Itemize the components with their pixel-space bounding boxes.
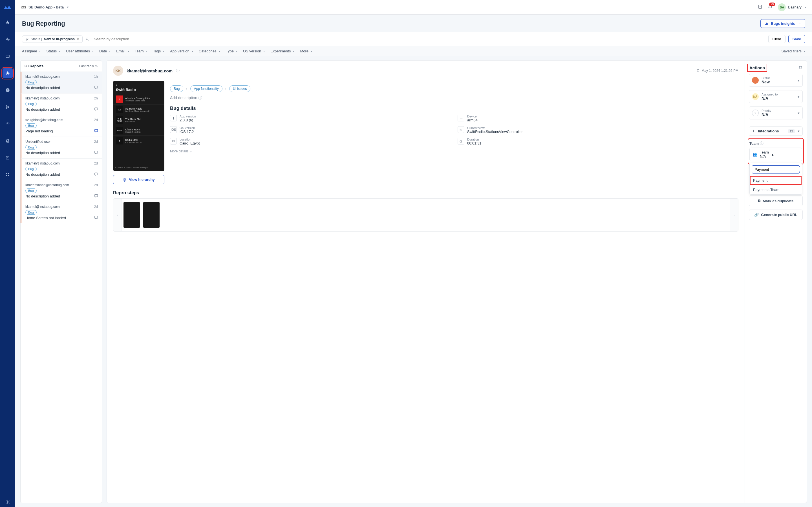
nav-archive-icon[interactable] [3,153,13,163]
report-item[interactable]: kkamel@instabug.com2h Bug No description… [20,93,102,115]
priority-icon: ? [752,110,759,116]
report-item[interactable]: Unidentified user2d Bug No description a… [20,136,102,158]
reports-list[interactable]: kkamel@instabug.com1h Bug No description… [20,71,102,503]
repro-steps-heading: Repro steps [113,190,739,195]
nav-alerts-icon[interactable]: ! [3,85,13,95]
repro-thumb[interactable] [143,202,160,228]
arrow-right-icon: → [797,21,801,25]
clear-button[interactable]: Clear [768,35,785,43]
filter-user-attributes[interactable]: User attributes [66,49,94,53]
reply-icon [94,128,98,134]
team-option-payment[interactable]: Payment [750,176,802,185]
bugs-insights-button[interactable]: Bugs insights → [760,19,805,28]
notification-bell-icon[interactable]: 29 [768,4,773,10]
search-input[interactable] [92,36,143,42]
team-option-payments-team[interactable]: Payments Team [750,185,802,194]
repro-thumb[interactable] [123,202,140,228]
actions-sidebar: Actions StatusNew ▾ NA Assigned toN/A ▾ [745,61,807,503]
location-value: Cairo, Egypt [180,141,200,145]
filter-experiments[interactable]: Experiments [270,49,294,53]
filter-team[interactable]: Team [135,49,147,53]
chip-close-icon[interactable]: × [77,37,80,41]
svg-rect-22 [95,194,98,196]
crumb-subcategory[interactable]: UI issues [229,86,250,92]
filter-date[interactable]: Date [99,49,110,53]
view-hierarchy-button[interactable]: View hierarchy [113,175,164,184]
reports-panel: 30 Reports Last reply ⇅ kkamel@instabug.… [20,60,102,503]
nav-copy-icon[interactable] [3,136,13,146]
nav-apps-icon[interactable] [3,170,13,180]
filter-os-version[interactable]: OS version [243,49,265,53]
filter-more[interactable]: More [300,49,312,53]
crumb-type[interactable]: Bug [170,86,183,92]
nav-pin-icon[interactable] [3,17,13,27]
reports-count: 30 Reports [24,64,43,68]
search-icon: ⌕ [802,167,802,172]
filter-categories[interactable]: Categories [199,49,220,53]
delete-icon[interactable] [798,65,803,70]
app-selector[interactable]: iOS SE Demo App - Beta [21,5,68,9]
nav-wifi-icon[interactable] [3,119,13,129]
nav-bugs-icon[interactable] [3,68,13,78]
filter-tags[interactable]: Tags [153,49,164,53]
saved-filters-dropdown[interactable]: Saved filters [781,49,805,53]
team-search[interactable]: ⌕ [752,165,800,173]
repro-steps-strip: ‹ › [113,198,739,231]
svg-point-16 [86,38,88,40]
report-item[interactable]: kkamel@instabug.com2d Bug No description… [20,158,102,180]
svg-rect-19 [95,129,98,131]
info-icon[interactable]: ⓘ [176,68,180,73]
generate-url-button[interactable]: 🔗 Generate public URL [749,210,803,220]
report-item[interactable]: lameessanad@instabug.com2d Bug No descri… [20,180,102,202]
reply-icon [94,85,98,91]
repro-next-button[interactable]: › [730,199,738,231]
bug-details-heading: Bug details [170,106,739,111]
current-view-value: SwiftRadio.StationsViewController [467,129,523,134]
more-details-toggle[interactable]: More details ⌄ [170,149,739,153]
os-version-value: iOS 17.2 [180,129,195,134]
nav-card-icon[interactable] [3,51,13,61]
filter-app-version[interactable]: App version [170,49,193,53]
team-icon: 👥 [753,152,757,157]
team-selector[interactable]: 👥 TeamN/A ▴ [749,148,802,161]
nav-send-icon[interactable] [3,102,13,112]
assignee-selector[interactable]: NA Assigned toN/A ▾ [749,90,803,103]
status-selector[interactable]: StatusNew ▾ [749,74,803,87]
phone-icon: ▮ [170,115,177,121]
team-search-input[interactable] [755,167,802,172]
link-icon: 🔗 [754,213,759,217]
chevron-up-icon: ▴ [772,152,774,157]
priority-selector[interactable]: ? PriorityN/A ▾ [749,107,803,119]
nav-activity-icon[interactable] [3,34,13,45]
reply-icon [94,150,98,156]
sort-icon: ⇅ [95,64,98,68]
location-icon: ⦿ [170,138,177,145]
filter-status[interactable]: Status [46,49,60,53]
notes-icon[interactable] [758,4,763,10]
integrations-selector[interactable]: ✦ Integrations 12 ▾ [749,126,803,136]
crumb-category[interactable]: App functionality [190,86,222,92]
user-menu[interactable]: BA Bashary [778,3,806,11]
filter-type[interactable]: Type [226,49,238,53]
filter-email[interactable]: Email [116,49,129,53]
report-item[interactable]: kkamel@instabug.com2d Bug Home Screen no… [20,202,102,223]
user-name-label: Bashary [788,5,802,9]
svg-rect-15 [767,23,768,25]
filter-assignee[interactable]: Assignee [22,49,41,53]
screenshot-preview[interactable]: ≡ Swift Radio 1Absolute Country HitsThe … [113,81,164,171]
mark-duplicate-button[interactable]: ⧉ Mark as duplicate [749,195,803,206]
report-item[interactable]: szulghina@instabug.com2d Bug Page not lo… [20,115,102,136]
status-filter-chip[interactable]: Status | New or In-progress × [22,36,83,43]
notification-count: 29 [769,3,775,6]
reply-icon [94,193,98,199]
nav-settings-icon[interactable] [3,497,13,507]
repro-prev-button[interactable]: ‹ [113,199,122,231]
search-icon [86,37,89,41]
save-button[interactable]: Save [788,35,805,43]
add-description-input[interactable]: Add description ⓘ [170,96,739,101]
integrations-icon: ✦ [752,129,755,133]
report-item[interactable]: kkamel@instabug.com1h Bug No description… [20,71,102,93]
reports-sort[interactable]: Last reply ⇅ [79,64,98,68]
report-timestamp: May 1, 2024 1:21:26 PM [702,69,739,73]
page-title: Bug Reporting [22,20,65,27]
